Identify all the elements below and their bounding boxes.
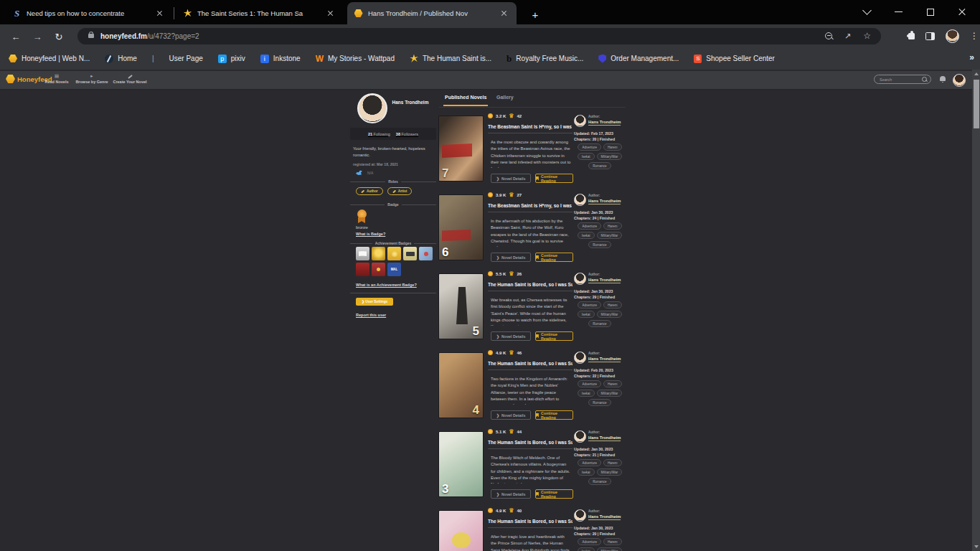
tag-pill[interactable]: Isekai [578,153,595,160]
novel-cover[interactable]: 3 [439,432,483,496]
novel-details-button[interactable]: ❯ Novel Details [491,174,531,183]
bookmark-user-page[interactable]: User Page [169,55,203,62]
novel-details-button[interactable]: ❯ Novel Details [491,253,531,262]
tag-pill[interactable]: Isekai [578,390,595,397]
share-icon[interactable]: ↗ [844,32,851,41]
tab-hans-trondheim-active[interactable]: Hans Trondheim / Published Nov [347,2,517,24]
tag-pill[interactable]: Romance [588,241,611,248]
tag-pill[interactable]: Military/War [597,232,623,239]
novel-title[interactable]: The Beastman Saint is H*rny, so I was Ki… [488,124,573,133]
continue-reading-button[interactable]: Continue Reading [535,489,573,499]
continue-reading-button[interactable]: Continue Reading [535,331,573,341]
author-link[interactable]: Hans Trondheim [588,357,621,362]
nav-browse-by-genre[interactable]: ▸ Browse by Genre [74,73,110,84]
tag-pill[interactable]: Isekai [578,232,595,239]
site-search-input[interactable] [878,77,922,83]
lock-icon[interactable] [88,34,94,38]
novel-cover[interactable]: 5 [439,274,483,339]
author-link[interactable]: Hans Trondheim [588,120,621,126]
new-tab-button[interactable]: + [526,5,545,24]
site-search[interactable] [874,75,931,84]
tag-pill[interactable]: Harem [603,538,622,545]
tag-pill[interactable]: Adventure [578,143,601,151]
tab-close-icon[interactable] [154,8,166,19]
novel-title[interactable]: The Human Saint is Bored, so I was Summo… [488,440,573,449]
bookmarks-overflow-chevron[interactable]: » [969,52,974,62]
novel-cover[interactable]: 2 [439,511,483,551]
site-user-avatar[interactable] [953,74,966,87]
bookmark-home[interactable]: Home [105,55,137,63]
tag-pill[interactable]: Adventure [578,459,601,466]
continue-reading-button[interactable]: Continue Reading [535,253,573,262]
tag-pill[interactable]: Military/War [597,390,623,397]
tab-search-chevron-button[interactable] [851,0,883,24]
author-avatar[interactable] [574,115,586,127]
author-link[interactable]: Hans Trondheim [588,278,621,283]
close-button[interactable] [946,0,978,24]
tab-gallery[interactable]: Gallery [496,95,514,100]
bookmark-inkstone[interactable]: iInkstone [260,55,301,63]
tag-pill[interactable]: Romance [588,320,611,327]
what-is-badge-link[interactable]: What is Badge? [356,232,385,236]
novel-details-button[interactable]: ❯ Novel Details [491,489,531,499]
tag-pill[interactable]: Harem [603,380,622,387]
novel-cover[interactable]: 6 [439,195,483,260]
novel-title[interactable]: The Human Saint is Bored, so I was Summo… [488,519,573,528]
author-link[interactable]: Hans Trondheim [588,514,621,520]
bookmark-wattpad[interactable]: WMy Stories - Wattpad [316,54,395,64]
scroll-down-arrow[interactable] [974,545,979,548]
tag-pill[interactable]: Harem [603,143,622,151]
tab-need-tips[interactable]: S Need tips on how to concentrate [6,2,172,24]
scroll-up-arrow[interactable] [974,72,979,75]
tag-pill[interactable]: Isekai [578,468,595,476]
bookmark-pixiv[interactable]: ppixiv [218,55,245,63]
tag-pill[interactable]: Harem [603,222,622,230]
minimize-button[interactable] [882,0,915,24]
tag-pill[interactable]: Romance [588,478,611,485]
extensions-icon[interactable] [908,33,915,39]
novel-title[interactable]: The Beastman Saint is H*rny, so I was Ki… [488,203,573,212]
tag-pill[interactable]: Adventure [578,222,601,230]
address-bar[interactable]: honeyfeed.fm/u/4732?page=2 ↗ ☆ [77,28,881,44]
report-user-link[interactable]: Report this user [356,313,386,317]
author-avatar[interactable] [574,352,586,364]
tag-pill[interactable]: Adventure [578,380,601,387]
tag-pill[interactable]: Military/War [597,547,623,551]
profile-avatar[interactable] [357,93,387,123]
zoom-out-icon[interactable] [825,32,832,39]
side-panel-icon[interactable] [925,32,935,40]
tag-pill[interactable]: Isekai [578,311,595,318]
tag-pill[interactable]: Adventure [578,301,601,309]
tag-pill[interactable]: Harem [603,301,622,309]
tag-pill[interactable]: Isekai [578,547,595,551]
tab-saint-series[interactable]: The Saint Series 1: The Human Sa [176,2,343,24]
nav-create-your-novel[interactable]: Create Your Novel [111,73,149,84]
search-icon[interactable] [922,77,927,82]
author-avatar[interactable] [574,430,586,443]
nav-read-novels[interactable]: ▤ Read Novels [42,73,72,84]
novel-title[interactable]: The Human Saint is Bored, so I was Summo… [488,282,573,291]
novel-details-button[interactable]: ❯ Novel Details [491,410,531,420]
author-link[interactable]: Hans Trondheim [588,199,621,204]
restore-button[interactable] [914,0,946,24]
continue-reading-button[interactable]: Continue Reading [535,174,573,183]
tag-pill[interactable]: Romance [588,399,611,406]
author-avatar[interactable] [574,509,586,522]
novel-title[interactable]: The Human Saint is Bored, so I was Summo… [488,361,573,370]
tag-pill[interactable]: Adventure [578,538,601,545]
continue-reading-button[interactable]: Continue Reading [535,410,573,420]
user-settings-button[interactable]: ❯ User Settings [356,298,393,306]
notifications-bell-icon[interactable] [940,76,946,81]
bookmark-human-saint[interactable]: The Human Saint is... [410,55,491,63]
novel-details-button[interactable]: ❯ Novel Details [491,331,531,341]
back-button[interactable]: ← [7,28,24,45]
bookmark-honeyfeed[interactable]: Honeyfeed | Web N... [9,55,90,62]
page-scrollbar[interactable] [972,70,980,551]
browser-profile-avatar[interactable] [946,29,959,43]
what-is-achievement-badge-link[interactable]: What is an Achievement Badge? [356,283,417,287]
following-link[interactable]: 21 Following [368,132,390,136]
tag-pill[interactable]: Military/War [597,468,623,476]
tag-pill[interactable]: Harem [603,459,622,466]
followers-link[interactable]: 38 Followers [396,132,418,136]
tag-pill[interactable]: Romance [588,162,611,169]
